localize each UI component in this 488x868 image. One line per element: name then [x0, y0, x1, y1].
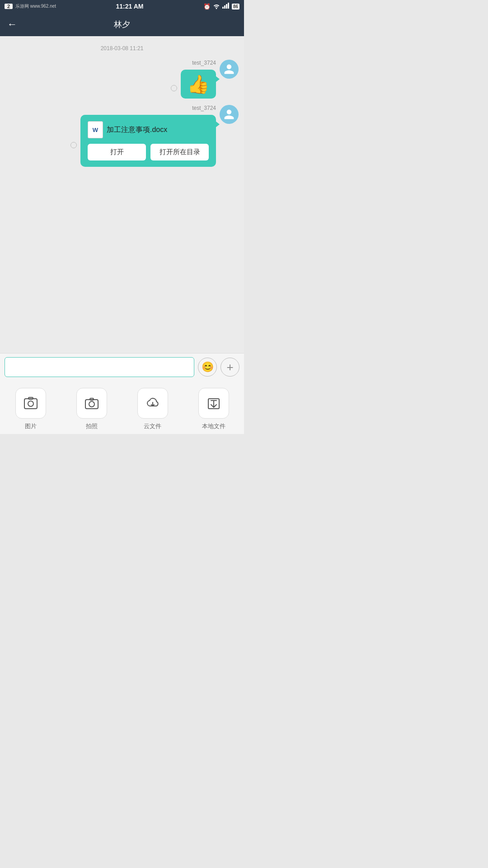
emoji-content-1: 👍 — [187, 74, 210, 94]
tool-cloud[interactable]: 云文件 — [137, 388, 168, 430]
svg-point-5 — [28, 401, 33, 406]
photo-icon-box — [15, 388, 46, 419]
message-row-1: test_3724 👍 — [5, 60, 239, 99]
emoji-button[interactable]: 😊 — [198, 358, 217, 377]
svg-rect-4 — [24, 399, 37, 409]
status-time: 11:21 AM — [116, 3, 143, 10]
tool-camera[interactable]: 拍照 — [76, 388, 107, 430]
read-indicator-1 — [171, 85, 177, 91]
avatar-sent-1 — [220, 60, 239, 79]
file-name: 加工注意事项.docx — [107, 125, 167, 135]
avatar-sent-2 — [220, 105, 239, 124]
svg-rect-3 — [228, 3, 229, 9]
local-file-icon — [206, 396, 221, 410]
message-input[interactable] — [5, 357, 194, 377]
photo-icon — [23, 396, 38, 410]
tool-photo[interactable]: 图片 — [15, 388, 46, 430]
open-folder-button[interactable]: 打开所在目录 — [150, 144, 209, 160]
read-indicator-2 — [70, 142, 77, 148]
input-bar: 😊 + — [0, 353, 244, 381]
file-name-row: W 加工注意事项.docx — [88, 121, 209, 138]
plus-icon: + — [226, 360, 233, 374]
notification-badge: 2 — [5, 4, 13, 9]
word-icon: W — [88, 121, 103, 138]
camera-icon — [84, 396, 99, 410]
status-bar: 2 乐游网 www.962.net 11:21 AM ⏰ 86 — [0, 0, 244, 13]
status-right: ⏰ 86 — [203, 3, 239, 10]
cloud-icon-box — [137, 388, 168, 419]
svg-rect-1 — [224, 5, 225, 9]
photo-label: 图片 — [25, 422, 37, 430]
more-button[interactable]: + — [221, 358, 239, 377]
message-row-2: test_3724 W 加工注意事项.docx 打开 打开所在目录 — [5, 105, 239, 167]
sender-name-2: test_3724 — [192, 105, 216, 111]
nav-title: 林夕 — [114, 19, 130, 30]
file-action-buttons: 打开 打开所在目录 — [88, 144, 209, 160]
tool-local-file[interactable]: 本地文件 — [198, 388, 229, 430]
open-file-button[interactable]: 打开 — [88, 144, 146, 160]
sender-name-1: test_3724 — [192, 60, 216, 66]
local-file-icon-box — [198, 388, 229, 419]
status-left: 2 乐游网 www.962.net — [5, 3, 56, 9]
cloud-icon — [145, 396, 160, 410]
svg-rect-0 — [222, 7, 224, 9]
signal-icon — [222, 3, 230, 10]
svg-point-8 — [89, 401, 94, 407]
cloud-label: 云文件 — [144, 422, 161, 430]
media-toolbar: 图片 拍照 云文件 — [0, 381, 244, 434]
chat-timestamp: 2018-03-08 11:21 — [5, 45, 239, 52]
back-button[interactable]: ← — [7, 19, 17, 29]
alarm-icon: ⏰ — [203, 3, 211, 10]
battery-indicator: 86 — [232, 4, 239, 9]
page: 2 乐游网 www.962.net 11:21 AM ⏰ 86 — [0, 0, 244, 434]
watermark: 乐游网 www.962.net — [15, 3, 56, 9]
chat-area: 2018-03-08 11:21 test_3724 👍 — [0, 36, 244, 353]
file-bubble: W 加工注意事项.docx 打开 打开所在目录 — [80, 115, 216, 167]
navbar: ← 林夕 — [0, 13, 244, 36]
emoji-icon: 😊 — [202, 361, 214, 373]
svg-rect-2 — [226, 4, 227, 9]
local-file-label: 本地文件 — [202, 422, 225, 430]
bubble-1: 👍 — [181, 70, 216, 99]
wifi-icon — [213, 3, 220, 10]
camera-label: 拍照 — [86, 422, 98, 430]
camera-icon-box — [76, 388, 107, 419]
